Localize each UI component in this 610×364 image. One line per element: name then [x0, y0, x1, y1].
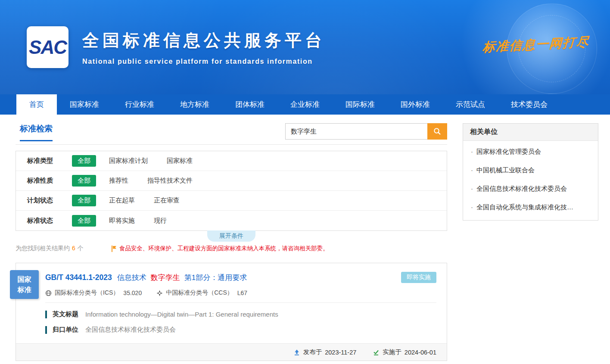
classification-row: 国际标准分类号（ICS） 35.020 中国标准分类号（CCS） L67 — [45, 289, 436, 303]
main-nav: 首页 国家标准 行业标准 地方标准 团体标准 企业标准 国际标准 国外标准 示范… — [0, 94, 610, 115]
nav-item-international-standards[interactable]: 国际标准 — [333, 94, 388, 115]
english-title-row: 英文标题 Information technology—Digital twin… — [45, 310, 436, 318]
standard-result-card: 国家 标准 GB/T 43441.1-2023 信息技术 数字孪生 第1部分：通… — [16, 263, 447, 361]
compass-icon — [156, 290, 163, 296]
nav-item-home[interactable]: 首页 — [16, 94, 57, 115]
filter-option[interactable]: 即将实施 — [109, 217, 135, 225]
publish-date-item: 发布于 2023-11-27 — [293, 348, 357, 356]
flag-icon — [111, 246, 117, 252]
results-summary-row: 为您找到相关结果约6个 食品安全、环境保护、工程建设方面的国家标准未纳入本系统，… — [16, 245, 447, 252]
sidebar-item-automation-committee[interactable]: 全国自动化系统与集成标准化技… — [463, 198, 598, 217]
filter-panel: 标准类型 全部 国家标准计划 国家标准 标准性质 全部 推荐性 指导性技术文件 … — [16, 151, 447, 231]
implement-date: 2024-06-01 — [405, 349, 436, 356]
accent-bar — [45, 326, 47, 334]
filter-label: 标准类型 — [27, 157, 72, 165]
nav-item-industry-standards[interactable]: 行业标准 — [112, 94, 167, 115]
site-subtitle: National public service platform for sta… — [82, 58, 325, 65]
filter-all-button[interactable]: 全部 — [72, 215, 96, 227]
standard-type-badge: 国家 标准 — [10, 270, 39, 299]
filter-option[interactable]: 国家标准计划 — [109, 157, 148, 165]
type-badge-line1: 国家 — [18, 274, 31, 285]
nav-item-pilot[interactable]: 示范试点 — [443, 94, 498, 115]
card-footer: 发布于 2023-11-27 实施于 2024-06-01 — [16, 343, 447, 361]
status-badge: 即将实施 — [401, 272, 436, 283]
standard-title-highlight[interactable]: 数字孪生 — [151, 273, 180, 283]
standard-title-segment[interactable]: 信息技术 — [117, 273, 146, 283]
implement-icon — [373, 349, 380, 356]
filter-row-plan-status: 计划状态 全部 正在起草 正在审查 — [16, 191, 447, 211]
site-header: SAC 全国标准信息公共服务平台 National public service… — [0, 0, 610, 94]
nav-item-national-standards[interactable]: 国家标准 — [57, 94, 112, 115]
filter-label: 标准性质 — [27, 177, 72, 185]
results-count: 6 — [70, 245, 78, 252]
publish-date: 2023-11-27 — [325, 349, 356, 356]
exclusion-notice: 食品安全、环境保护、工程建设方面的国家标准未纳入本系统，请咨询相关部委。 — [111, 245, 329, 252]
department-value: 全国信息技术标准化技术委员会 — [85, 326, 176, 334]
related-units-panel: 相关单位 国家标准化管理委员会 中国机械工业联合会 全国信息技术标准化技术委员会… — [463, 123, 598, 221]
ics-label: 国际标准分类号（ICS） — [55, 289, 119, 297]
filter-option[interactable]: 正在审查 — [154, 196, 180, 205]
ccs-label: 中国标准分类号（CCS） — [166, 289, 233, 297]
publish-label: 发布于 — [303, 348, 322, 356]
english-title-label: 英文标题 — [53, 310, 78, 318]
nav-item-local-standards[interactable]: 地方标准 — [167, 94, 222, 115]
sidebar-item-sac[interactable]: 国家标准化管理委员会 — [463, 143, 598, 161]
filter-all-button[interactable]: 全部 — [72, 195, 96, 206]
search-button[interactable] — [427, 123, 447, 140]
implement-label: 实施于 — [383, 348, 401, 356]
related-units-title: 相关单位 — [463, 124, 598, 141]
filter-all-button[interactable]: 全部 — [72, 175, 96, 187]
globe-icon — [45, 290, 52, 296]
implement-date-item: 实施于 2024-06-01 — [373, 348, 436, 356]
search-input[interactable] — [285, 123, 427, 140]
standard-title-row: GB/T 43441.1-2023 信息技术 数字孪生 第1部分：通用要求 即将… — [45, 263, 436, 283]
english-title-value: Information technology—Digital twin—Part… — [85, 311, 278, 318]
nav-item-group-standards[interactable]: 团体标准 — [222, 94, 277, 115]
summary-suffix: 个 — [78, 245, 84, 252]
sac-logo-text: SAC — [29, 37, 66, 58]
department-label: 归口单位 — [53, 326, 78, 334]
tab-standard-search[interactable]: 标准检索 — [20, 123, 53, 141]
related-units-list: 国家标准化管理委员会 中国机械工业联合会 全国信息技术标准化技术委员会 全国自动… — [463, 141, 598, 220]
search-icon — [433, 128, 441, 135]
filter-label: 计划状态 — [27, 196, 72, 205]
filter-option[interactable]: 指导性技术文件 — [147, 177, 193, 185]
accent-bar — [45, 311, 47, 318]
site-title: 全国标准信息公共服务平台 — [82, 29, 325, 52]
nav-item-foreign-standards[interactable]: 国外标准 — [388, 94, 443, 115]
type-badge-line2: 标准 — [18, 285, 31, 295]
sac-logo: SAC — [27, 26, 68, 68]
nav-item-enterprise-standards[interactable]: 企业标准 — [277, 94, 333, 115]
results-summary: 为您找到相关结果约6个 — [16, 245, 84, 252]
expand-conditions-button[interactable]: 展开条件 — [207, 230, 255, 242]
filter-row-standard-nature: 标准性质 全部 推荐性 指导性技术文件 — [16, 171, 447, 191]
sidebar-item-machinery-federation[interactable]: 中国机械工业联合会 — [463, 161, 598, 180]
filter-option[interactable]: 正在起草 — [109, 196, 135, 205]
sidebar-item-it-standards-committee[interactable]: 全国信息技术标准化技术委员会 — [463, 180, 598, 198]
ccs-value: L67 — [237, 289, 247, 296]
nav-item-technical-committee[interactable]: 技术委员会 — [498, 94, 560, 115]
ics-value: 35.020 — [123, 289, 142, 296]
publish-icon — [293, 349, 300, 356]
filter-label: 标准状态 — [27, 217, 72, 225]
search-box — [285, 123, 447, 140]
filter-option[interactable]: 推荐性 — [109, 177, 128, 185]
standard-code-link[interactable]: GB/T 43441.1-2023 — [45, 273, 112, 282]
filter-all-button[interactable]: 全部 — [72, 155, 96, 167]
filter-row-standard-type: 标准类型 全部 国家标准计划 国家标准 — [16, 151, 447, 171]
filter-option[interactable]: 国家标准 — [167, 157, 193, 165]
department-row: 归口单位 全国信息技术标准化技术委员会 — [45, 326, 436, 334]
search-row: 标准检索 — [16, 123, 447, 145]
summary-prefix: 为您找到相关结果约 — [16, 245, 70, 252]
filter-row-standard-status: 标准状态 全部 即将实施 现行 — [16, 211, 447, 230]
header-globe-art: 标准信息一网打尽 — [455, 0, 610, 94]
exclusion-notice-text: 食品安全、环境保护、工程建设方面的国家标准未纳入本系统，请咨询相关部委。 — [119, 245, 329, 252]
filter-option[interactable]: 现行 — [154, 217, 167, 225]
standard-title-segment[interactable]: 第1部分：通用要求 — [184, 273, 247, 283]
